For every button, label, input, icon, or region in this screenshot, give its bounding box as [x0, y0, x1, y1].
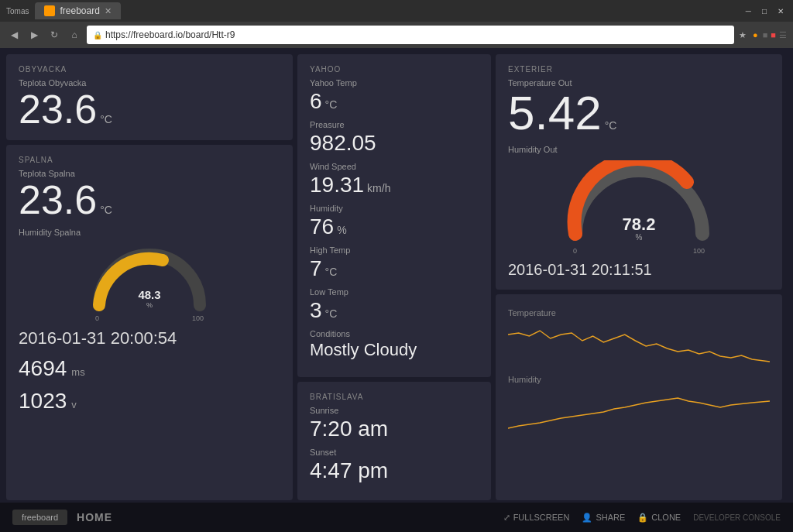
fullscreen-button[interactable]: ⤢ FULLSCREEN [503, 513, 570, 523]
maximize-button[interactable]: □ [759, 5, 770, 17]
yahoo-low-temp-row: Low Temp 3 °C [310, 287, 479, 323]
star-icon[interactable]: ★ [739, 30, 747, 40]
footer-home-link[interactable]: HOME [77, 511, 112, 523]
yahoo-temp-value: 6 [310, 89, 322, 114]
spalna-extra2-value: 1023 [19, 389, 67, 414]
yahoo-high-temp-label: High Temp [310, 245, 479, 255]
yahoo-wind-row: Wind Speed 19.31 km/h [310, 162, 479, 197]
temperature-chart-area: Temperature [508, 308, 770, 369]
footer-logo: freeboard [12, 510, 67, 525]
humidity-chart-svg [508, 386, 770, 432]
widget-obyvacka: OBYVACKA Teplota Obyvacka 23.6 °C [6, 54, 293, 140]
spalna-datetime: 2016-01-31 20:00:54 [19, 328, 280, 348]
yahoo-high-temp-value: 7 [310, 256, 322, 281]
yahoo-humidity-unit: % [337, 224, 346, 236]
widget-exterier: EXTERIER Temperature Out 5.42 °C Humidit… [496, 54, 782, 290]
yahoo-low-temp-value: 3 [310, 298, 322, 323]
browser-menu[interactable]: ☰ [779, 30, 787, 40]
browser-icon2: ■ [763, 30, 768, 39]
spalna-title: SPALNA [19, 156, 280, 164]
home-button[interactable]: ⌂ [67, 27, 82, 43]
browser-chrome: Tomas freeboard ✕ ─ □ ✕ ◀ ▶ ↻ ⌂ 🔒 https:… [0, 0, 793, 48]
spalna-extra1-unit: ms [71, 366, 84, 378]
bratislava-sunrise-row: Sunrise 7:20 am [310, 406, 479, 441]
exterier-temp-unit: °C [605, 119, 617, 132]
address-bar[interactable]: 🔒 https://freeboard.io/board/Htt-r9 [87, 26, 734, 44]
yahoo-wind-unit: km/h [367, 182, 390, 194]
humidity-chart-area: Humidity [508, 375, 770, 435]
exterier-gauge-svg: 78.2 % [561, 160, 716, 245]
back-button[interactable]: ◀ [6, 27, 22, 43]
yahoo-humidity-label: Humidity [310, 204, 479, 213]
refresh-button[interactable]: ↻ [46, 27, 62, 43]
clone-button[interactable]: 🔒 CLONE [637, 513, 681, 523]
svg-text:48.3: 48.3 [138, 288, 160, 301]
obyvacka-temp-value: 23.6 [19, 89, 97, 129]
spalna-extra2: 1023 v [19, 389, 280, 414]
forward-button[interactable]: ▶ [26, 27, 42, 43]
bratislava-sunset-value: 4:47 pm [310, 458, 479, 483]
window-controls: Tomas [6, 7, 29, 15]
yahoo-conditions-label: Conditions [310, 329, 479, 338]
user-display: Tomas [6, 7, 29, 15]
exterier-humidity-label: Humidity Out [508, 145, 770, 154]
bratislava-sunrise-value: 7:20 am [310, 417, 479, 441]
lock-icon: 🔒 [93, 31, 102, 39]
right-column: EXTERIER Temperature Out 5.42 °C Humidit… [496, 54, 782, 500]
browser-actions: ★ ● ■ ■ ☰ [739, 30, 787, 40]
browser-icon3: ■ [771, 30, 776, 39]
yahoo-low-temp-unit: °C [325, 307, 338, 320]
yahoo-humidity-value: 76 [310, 215, 334, 239]
share-icon: 👤 [582, 513, 592, 523]
url-text: https://freeboard.io/board/Htt-r9 [105, 29, 235, 40]
spalna-extra1: 4694 ms [19, 356, 280, 381]
tab-title: freeboard [60, 5, 99, 16]
humidity-chart-label: Humidity [508, 375, 770, 384]
bratislava-sunset-row: Sunset 4:47 pm [310, 448, 479, 483]
spalna-gauge-max: 100 [192, 314, 204, 322]
browser-titlebar: Tomas freeboard ✕ ─ □ ✕ [0, 0, 793, 22]
widget-charts: Temperature Humidity [496, 294, 782, 500]
yahoo-pressure-label: Preasure [310, 120, 479, 129]
developer-console-link[interactable]: DEVELOPER CONSOLE [693, 513, 781, 522]
yahoo-temp-label: Yahoo Temp [310, 78, 479, 88]
yahoo-wind-label: Wind Speed [310, 162, 479, 171]
fullscreen-label: FULLSCREEN [513, 513, 570, 522]
yahoo-pressure-row: Preasure 982.05 [310, 120, 479, 156]
exterier-title: EXTERIER [508, 65, 770, 74]
yahoo-temp-row: Yahoo Temp 6 °C [310, 78, 479, 114]
left-column: OBYVACKA Teplota Obyvacka 23.6 °C SPALNA… [6, 54, 293, 500]
dashboard: OBYVACKA Teplota Obyvacka 23.6 °C SPALNA… [0, 48, 793, 503]
spalna-extra1-value: 4694 [19, 356, 67, 381]
share-button[interactable]: 👤 SHARE [582, 513, 625, 523]
widget-bratislava: BRATISLAVA Sunrise 7:20 am Sunset 4:47 p… [297, 382, 491, 500]
widget-yahoo: YAHOO Yahoo Temp 6 °C Preasure 982.05 Wi… [297, 54, 491, 377]
obyvacka-temp-unit: °C [100, 113, 112, 125]
widget-spalna: SPALNA Teplota Spalna 23.6 °C Humidity S… [6, 145, 293, 500]
minimize-button[interactable]: ─ [743, 5, 754, 17]
footer: freeboard HOME ⤢ FULLSCREEN 👤 SHARE 🔒 CL… [0, 503, 793, 532]
clone-icon: 🔒 [637, 513, 648, 523]
temperature-chart-label: Temperature [508, 308, 770, 317]
yahoo-title: YAHOO [310, 65, 479, 74]
exterier-datetime: 2016-01-31 20:11:51 [508, 261, 770, 279]
close-button[interactable]: ✕ [774, 5, 787, 17]
exterier-gauge-max: 100 [693, 247, 705, 255]
tab-close-button[interactable]: ✕ [105, 6, 112, 16]
spalna-gauge-min: 0 [95, 314, 99, 322]
svg-text:%: % [636, 233, 643, 242]
tab-favicon [44, 5, 55, 16]
browser-icon1: ● [753, 30, 758, 39]
yahoo-conditions-value: Mostly Cloudy [310, 340, 479, 360]
clone-label: CLONE [651, 513, 681, 522]
exterier-temp-value: 5.42 [508, 89, 602, 137]
bratislava-title: BRATISLAVA [310, 393, 479, 401]
yahoo-wind-value: 19.31 [310, 173, 364, 197]
spalna-gauge-labels: 0 100 [95, 314, 204, 322]
spalna-gauge-container: 48.3 % 0 100 [19, 243, 280, 322]
browser-controls: ◀ ▶ ↻ ⌂ 🔒 https://freeboard.io/board/Htt… [0, 22, 793, 48]
spalna-extra2-unit: v [71, 399, 77, 410]
spalna-temp-unit: °C [100, 204, 112, 216]
browser-tab[interactable]: freeboard ✕ [35, 2, 120, 19]
bratislava-sunrise-label: Sunrise [310, 406, 479, 415]
